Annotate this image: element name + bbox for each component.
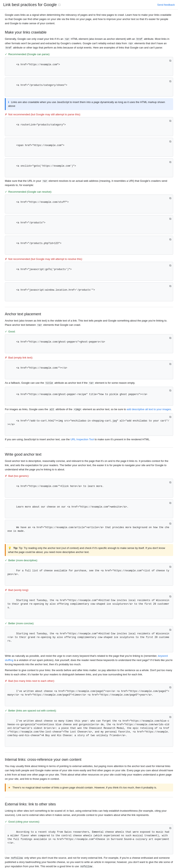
code-better-spaced: I've written about cheese so many times … [5, 713, 173, 747]
copy-icon-5[interactable]: ⧉ [169, 160, 171, 164]
copy-icon-17[interactable]: ⧉ [169, 522, 171, 526]
copy-icon-11[interactable]: ⧉ [169, 336, 171, 340]
copy-icon-6[interactable]: ⧉ [169, 196, 171, 200]
code-good-1: <a href="https://example.com"> ⧉ [5, 57, 173, 76]
section-external-heading: External links: link to other sites [5, 802, 173, 806]
copy-icon-21[interactable]: ⧉ [169, 685, 171, 690]
x-icon-2: ✗ [5, 257, 7, 260]
copy-icon-16[interactable]: ⧉ [169, 501, 171, 505]
copy-icon-14[interactable]: ⧉ [169, 415, 171, 419]
code-good-2: <a href="/products/category/shoes"> ⧉ [5, 78, 173, 96]
bad-wordy-label: ✗ Bad (wordy long): [5, 589, 173, 591]
code-bad-2: <span href="https://example.com"> ⧉ [5, 138, 173, 157]
section-anchor-intro: Anchor text (also known as link text) is… [5, 319, 173, 327]
section-crawlable-heading: Make your links crawlable [5, 30, 173, 34]
code-bad-wordy: Starting next Tuesday, the <a href="http… [5, 593, 173, 619]
x-icon-3: ✗ [5, 356, 7, 359]
code-resolve-good-3: <a href="/products.php?id=123"> ⧉ [5, 236, 173, 255]
bad-generic-label: ✗ Bad (too generic): [5, 474, 173, 477]
x-icon-4: ✗ [5, 474, 7, 477]
code-anchor-fallback: <a href="https://example.com/ghost-peppe… [5, 387, 173, 406]
js-note: If you are using JavaScript to insert an… [5, 437, 173, 442]
recommended-resolve-label: ✓ Recommended (Google can resolve): [5, 190, 173, 193]
copy-icon-2[interactable]: ⧉ [169, 80, 171, 84]
internal-info-box: ★ There's no magical ideal number of lin… [5, 783, 173, 792]
check-icon-7: ✓ [5, 820, 7, 823]
tip-icon: 💡 [8, 547, 11, 550]
section-internal-intro: You may usually think about linking in t… [5, 764, 173, 781]
section-external-intro: Linking to other sites isn't something t… [5, 809, 173, 817]
copy-icon-10[interactable]: ⧉ [169, 284, 171, 288]
main-content: Google uses links as a signal when deter… [0, 10, 178, 868]
copy-icon-20[interactable]: ⧉ [169, 628, 171, 632]
good-citing-label: ✓ Good (citing your sources): [5, 820, 173, 823]
anchor-good-label: ✓ Good: [5, 330, 173, 333]
copy-icon-18[interactable]: ⧉ [169, 565, 171, 569]
copy-icon-12[interactable]: ⧉ [169, 362, 171, 366]
copy-icon-3[interactable]: ⧉ [169, 119, 171, 123]
code-anchor-bad-empty: <a href="https://example.com/"></a> ⧉ [5, 360, 173, 379]
section-crawlable-intro: Generally, Google can only crawl your li… [5, 37, 173, 50]
code-anchor-good: <a href="https://example.com/ghost-peppe… [5, 334, 173, 353]
section-anchor: Anchor text placement Anchor text (also … [5, 312, 173, 442]
bad-too-many-label: ✗ Bad (too many links next to each other… [5, 679, 173, 682]
code-bad-generic-3: We have an <a href="https://example.com/… [5, 520, 173, 542]
section-crawlable: Make your links crawlable Generally, Goo… [5, 30, 173, 301]
copy-icon-22[interactable]: ⧉ [169, 715, 171, 719]
spam-note: Write as naturally as possible, and resi… [5, 654, 173, 666]
section-internal: Internal links: cross-reference your own… [5, 757, 173, 792]
copy-icon-19[interactable]: ⧉ [169, 594, 171, 599]
external-link-icon[interactable]: □ [58, 3, 60, 7]
code-resolve-bad-1: <a href="javascript:goTo('products')"> ⧉ [5, 262, 173, 281]
not-recommended-resolve-label: ✗ Not recommended (but Google may still … [5, 257, 173, 260]
x-icon-6: ✗ [5, 679, 7, 682]
code-good-citing: According to a recent study from Swiss r… [5, 825, 173, 854]
section-good-anchor: Write good anchor text Good anchor text … [5, 453, 173, 747]
copy-icon-7[interactable]: ⧉ [169, 217, 171, 221]
better-descriptive-label: ✓ Better (more descriptive): [5, 559, 173, 562]
section-good-anchor-heading: Write good anchor text [5, 453, 173, 457]
info-icon: ℹ [8, 100, 9, 103]
fallback-note: As a fallback, Google can use the title … [5, 381, 173, 385]
section-anchor-heading: Anchor text placement [5, 312, 173, 316]
better-spaced-label: ✓ Better (links are spaced out with cont… [5, 709, 173, 712]
send-feedback-button[interactable]: Send feedback [157, 3, 175, 6]
copy-icon-13[interactable]: ⧉ [169, 389, 171, 393]
code-better-1: For a full list of cheese available for … [5, 563, 173, 586]
better-concise-label: ✓ Better (more concise): [5, 622, 173, 625]
code-bad-many: I've written about cheese <a href="https… [5, 684, 173, 706]
context-note: Remember to give context to your links: … [5, 668, 173, 677]
copy-icon-9[interactable]: ⧉ [169, 264, 171, 268]
intro-paragraph: Google uses links as a signal when deter… [5, 13, 173, 26]
section-internal-heading: Internal links: cross-reference your own… [5, 757, 173, 762]
copy-icon-15[interactable]: ⧉ [169, 480, 171, 485]
check-icon-5: ✓ [5, 622, 7, 625]
not-recommended-label: ✗ Not recommended (but Google may still … [5, 113, 173, 116]
check-icon-4: ✓ [5, 559, 7, 562]
copy-icon-1[interactable]: ⧉ [169, 59, 171, 63]
code-bad-1: <a routerLink="products/category"> ⧉ [5, 117, 173, 136]
page-title: Link best practices for Google [3, 2, 57, 7]
copy-icon-8[interactable]: ⧉ [169, 238, 171, 242]
check-icon-6: ✓ [5, 709, 7, 712]
crawlable-info-box: ℹ Links are also crawlable when you use … [5, 98, 173, 110]
nofollow-note: Use nofollow only when you don't trust t… [5, 856, 173, 868]
divider-3 [5, 752, 173, 753]
copy-icon-4[interactable]: ⧉ [169, 140, 171, 144]
recommended-good-label: ✓ Recommended (Google can parse): [5, 53, 173, 56]
code-bad-generic-2: Learn more about our cheese on our <a hr… [5, 499, 173, 518]
copy-icon-23[interactable]: ⧉ [169, 826, 171, 831]
code-bad-3: <a onclick="goto('https://example.com')"… [5, 158, 173, 177]
top-bar: Link best practices for Google □ Send fe… [0, 0, 178, 10]
section-good-anchor-intro: Good anchor text is descriptive, reasona… [5, 459, 173, 471]
code-better-concise: Starting next Tuesday, the <a href="http… [5, 626, 173, 652]
check-icon-2: ✓ [5, 190, 7, 193]
url-note: Make sure that the URL in your <a> eleme… [5, 179, 173, 187]
star-icon: ★ [8, 786, 10, 789]
divider-1 [5, 307, 173, 307]
code-resolve-bad-2: <a href="javascript:window.location.href… [5, 282, 173, 301]
code-anchor-images: <a href="/add-to-cart.html"><img src="en… [5, 413, 173, 436]
check-icon: ✓ [5, 53, 7, 56]
images-note: For images as links, Google uses the alt… [5, 407, 173, 411]
code-resolve-good-2: <a href="/products"> ⧉ [5, 215, 173, 234]
